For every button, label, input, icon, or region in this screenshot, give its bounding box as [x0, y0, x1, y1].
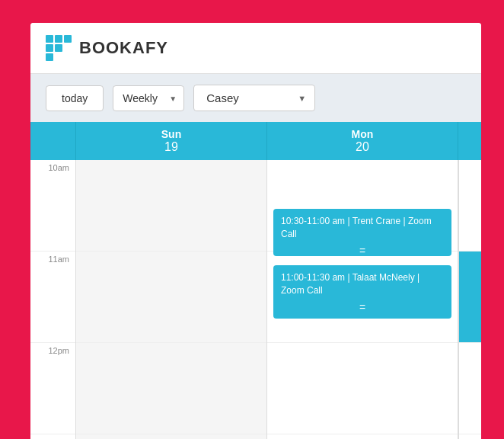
- event-trent[interactable]: 10:30-11:00 am | Trent Crane | Zoom Call…: [273, 209, 451, 256]
- sun-label: Sun: [76, 128, 266, 140]
- time-column: 10am 11am 12pm: [30, 160, 76, 439]
- logo-cell: [64, 44, 72, 52]
- time-12pm: 12pm: [30, 343, 75, 434]
- calendar-header-side: [458, 122, 481, 160]
- event-talaat-equals: =: [281, 300, 444, 316]
- app-container: BOOKAFY today Weekly Daily Monthly Casey…: [30, 23, 481, 439]
- sun-slot-10am[interactable]: [76, 160, 266, 252]
- side-slot-1: [459, 160, 481, 252]
- calendar-header: Sun 19 Mon 20: [30, 122, 481, 160]
- staff-select[interactable]: Casey: [193, 85, 315, 111]
- calendar-header-empty: [30, 122, 76, 160]
- logo-cell: [46, 44, 53, 52]
- header: BOOKAFY: [30, 23, 481, 74]
- logo-bold: BOOK: [79, 38, 132, 57]
- weekly-select-wrapper: Weekly Daily Monthly: [113, 85, 184, 111]
- logo-cell: [55, 53, 62, 61]
- logo-cell: [55, 35, 62, 43]
- side-slot-3: [459, 343, 481, 434]
- event-talaat-label: 11:00-11:30 am | Talaat McNeely | Zoom C…: [281, 272, 419, 296]
- logo-cell: [46, 53, 53, 61]
- calendar-container: Sun 19 Mon 20 10am 11am 12pm: [30, 122, 481, 439]
- calendar-body: 10am 11am 12pm: [30, 160, 481, 439]
- logo-cell: [64, 35, 72, 43]
- side-column: [458, 160, 481, 439]
- logo-text: BOOKAFY: [79, 38, 168, 58]
- logo-cell: [46, 35, 53, 43]
- event-trent-equals: =: [281, 244, 444, 259]
- logo-light: AFY: [132, 38, 168, 57]
- toolbar: today Weekly Daily Monthly Casey: [30, 74, 481, 122]
- event-trent-label: 10:30-11:00 am | Trent Crane | Zoom Call: [281, 216, 432, 239]
- side-slot-2: [459, 252, 481, 343]
- sun-number: 19: [76, 140, 266, 154]
- logo-cell: [64, 53, 72, 61]
- logo: BOOKAFY: [46, 35, 168, 61]
- mon-column: 10:30-11:00 am | Trent Crane | Zoom Call…: [267, 160, 458, 439]
- sun-column: [76, 160, 267, 439]
- sun-slot-11am[interactable]: [76, 252, 266, 343]
- logo-icon: [46, 35, 72, 61]
- staff-select-wrapper: Casey: [193, 85, 315, 111]
- calendar-header-mon: Mon 20: [267, 122, 458, 160]
- view-select[interactable]: Weekly Daily Monthly: [113, 85, 184, 111]
- today-button[interactable]: today: [46, 85, 104, 111]
- mon-slot-12pm[interactable]: [267, 343, 458, 434]
- event-talaat[interactable]: 11:00-11:30 am | Talaat McNeely | Zoom C…: [273, 265, 451, 319]
- mon-label: Mon: [267, 128, 458, 140]
- sun-slot-12pm[interactable]: [76, 343, 266, 434]
- mon-number: 20: [267, 140, 458, 154]
- logo-cell: [55, 44, 62, 52]
- time-10am: 10am: [30, 160, 75, 252]
- time-11am: 11am: [30, 252, 75, 343]
- calendar-header-sun: Sun 19: [76, 122, 267, 160]
